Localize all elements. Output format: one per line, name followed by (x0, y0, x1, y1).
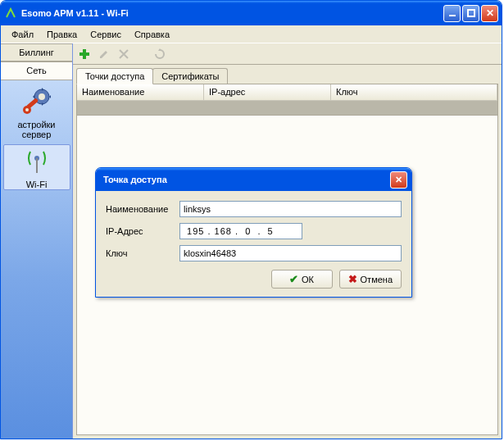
ip-field[interactable] (179, 223, 302, 239)
menu-edit[interactable]: Правка (41, 28, 83, 41)
wifi-antenna-icon (20, 145, 53, 178)
sidebar: Биллинг Сеть астройки (1, 43, 73, 439)
access-point-dialog: Точка доступа ✕ Наименование IP-Адрес Кл… (95, 167, 412, 298)
tab-row: Точки доступа Сертификаты (73, 65, 502, 84)
menu-help[interactable]: Справка (129, 28, 175, 41)
table-row[interactable] (77, 101, 497, 116)
svg-point-3 (39, 93, 45, 100)
svg-rect-1 (468, 10, 474, 16)
tab-certificates[interactable]: Сертификаты (152, 68, 228, 84)
name-field[interactable] (179, 201, 402, 217)
svg-rect-8 (36, 158, 38, 173)
titlebar[interactable]: Esomo APM v1.11 - Wi-Fi ✕ (1, 1, 502, 25)
close-button[interactable]: ✕ (481, 5, 498, 22)
menu-file[interactable]: Файл (6, 28, 39, 41)
label-name: Наименование (106, 204, 179, 214)
edit-icon[interactable] (98, 48, 111, 61)
svg-point-6 (25, 108, 29, 111)
main-window: Esomo APM v1.11 - Wi-Fi ✕ Файл Правка Се… (0, 0, 502, 439)
sidebar-tab-network[interactable]: Сеть (1, 61, 72, 80)
ok-label: ОК (302, 275, 314, 284)
maximize-button[interactable] (462, 5, 479, 22)
menubar: Файл Правка Сервис Справка (1, 25, 502, 43)
svg-rect-0 (449, 15, 456, 16)
window-title: Esomo APM v1.11 - Wi-Fi (21, 8, 443, 18)
minimize-button[interactable] (443, 5, 461, 22)
label-key: Ключ (106, 248, 179, 258)
label-ip: IP-Адрес (106, 226, 179, 236)
menu-service[interactable]: Сервис (84, 28, 127, 41)
sidebar-item-label: Wi-Fi (4, 180, 70, 189)
refresh-icon[interactable] (153, 48, 166, 61)
dialog-title: Точка доступа (100, 175, 390, 184)
ok-button[interactable]: ✔ОК (271, 270, 333, 289)
grid-header: Наименование IP-адрес Ключ (77, 84, 497, 101)
check-icon: ✔ (289, 273, 298, 285)
app-icon (4, 7, 17, 20)
dialog-body: Наименование IP-Адрес Ключ ✔ОК ✖Отмена (96, 191, 411, 297)
dialog-close-button[interactable]: ✕ (390, 171, 407, 189)
tab-access-points[interactable]: Точки доступа (76, 68, 153, 84)
column-name[interactable]: Наименование (77, 84, 204, 100)
add-icon[interactable] (78, 48, 91, 61)
wrench-gear-icon (20, 85, 53, 118)
sidebar-tab-billing[interactable]: Биллинг (1, 43, 72, 61)
dialog-titlebar[interactable]: Точка доступа ✕ (96, 168, 411, 191)
sidebar-item-wifi[interactable]: Wi-Fi (3, 144, 70, 190)
sidebar-item-label: астройки сервер (3, 120, 70, 139)
sidebar-item-server-settings[interactable]: астройки сервер (3, 85, 70, 139)
toolbar (73, 43, 502, 65)
column-ip[interactable]: IP-адрес (204, 84, 331, 100)
cancel-label: Отмена (361, 275, 393, 284)
key-field[interactable] (179, 245, 402, 261)
delete-icon[interactable] (117, 48, 130, 61)
x-icon: ✖ (348, 273, 357, 285)
cancel-button[interactable]: ✖Отмена (339, 270, 402, 289)
column-key[interactable]: Ключ (331, 84, 497, 100)
svg-rect-10 (79, 52, 89, 56)
